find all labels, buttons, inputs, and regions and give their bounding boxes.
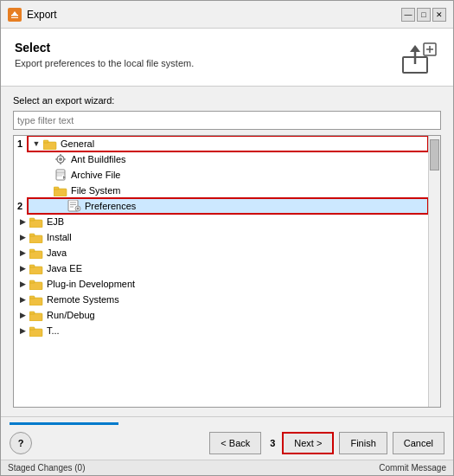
no-expand-pref — [55, 201, 66, 211]
wizard-label: Select an export wizard: — [13, 95, 441, 106]
svg-rect-42 — [29, 296, 35, 299]
bottom-area: ? < Back 3 Next > Finish Cancel — [1, 416, 453, 460]
javaee-label: Java EE — [47, 263, 82, 273]
no-expand — [42, 154, 52, 164]
tree-container[interactable]: 1 ▼ General — [13, 135, 441, 408]
svg-rect-32 — [29, 218, 35, 221]
title-text: Export — [27, 9, 401, 21]
svg-rect-44 — [29, 312, 35, 314]
expand-remote-arrow[interactable]: ▶ — [17, 294, 28, 305]
svg-rect-10 — [43, 142, 56, 150]
dialog-icon — [8, 8, 22, 22]
team-folder-icon — [29, 325, 43, 337]
svg-rect-35 — [29, 251, 42, 259]
window-controls[interactable]: — □ ✕ — [401, 8, 446, 22]
filesystem-folder-icon — [54, 184, 67, 196]
tree-item-preferences[interactable]: Preferences — [28, 198, 428, 214]
tree-item-java[interactable]: ▶ Java — [14, 245, 428, 261]
no-expand-archive — [42, 170, 52, 180]
filesystem-label: File System — [71, 185, 120, 196]
expand-rundebug-arrow[interactable]: ▶ — [17, 310, 28, 320]
tree-item-general[interactable]: ▼ General — [28, 136, 428, 151]
num-label-2: 2 — [14, 201, 26, 211]
tree-item-plugin[interactable]: ▶ Plug-in Development — [14, 276, 428, 292]
header-text: Select Export preferences to the local f… — [15, 41, 194, 68]
maximize-button[interactable]: □ — [417, 8, 431, 22]
expand-ejb-arrow[interactable]: ▶ — [17, 216, 28, 227]
scrollbar[interactable] — [428, 136, 440, 407]
preferences-label: Preferences — [85, 201, 136, 211]
minimize-button[interactable]: — — [401, 8, 415, 22]
tree-item-archive[interactable]: Archive File — [14, 167, 428, 183]
svg-rect-1 — [11, 15, 18, 16]
ant-label: Ant Buildfiles — [71, 154, 126, 164]
ejb-label: EJB — [47, 216, 64, 227]
tree-item-remote[interactable]: ▶ Remote Systems — [14, 292, 428, 307]
expand-team-arrow[interactable]: ▶ — [17, 325, 28, 336]
tree-item-javaee[interactable]: ▶ Java EE — [14, 261, 428, 276]
status-right: Commit Message — [379, 463, 446, 473]
tree-item-filesystem[interactable]: File System — [14, 183, 428, 198]
expand-general-arrow[interactable]: ▼ — [31, 138, 42, 149]
expand-plugin-arrow[interactable]: ▶ — [17, 279, 28, 289]
tree-item-rundebug[interactable]: ▶ Run/Debug — [14, 307, 428, 323]
rundebug-folder-icon — [29, 309, 43, 321]
svg-rect-37 — [29, 267, 42, 274]
preferences-icon — [67, 200, 81, 212]
javaee-folder-icon — [29, 262, 43, 274]
tree-item-ejb[interactable]: ▶ EJB — [14, 214, 428, 229]
expand-install-arrow[interactable]: ▶ — [17, 232, 28, 242]
num-label-3: 3 — [266, 438, 278, 448]
tree-item-ant[interactable]: Ant Buildfiles — [14, 151, 428, 167]
svg-rect-34 — [29, 234, 35, 236]
cancel-button[interactable]: Cancel — [393, 432, 444, 454]
header-description: Export preferences to the local file sys… — [15, 58, 194, 68]
expand-javaee-arrow[interactable]: ▶ — [17, 263, 28, 273]
remote-label: Remote Systems — [47, 294, 119, 305]
svg-rect-36 — [29, 249, 35, 252]
num-label-1: 1 — [14, 138, 26, 149]
scrollbar-thumb[interactable] — [430, 139, 439, 170]
no-expand-fs — [42, 185, 52, 196]
general-folder-icon — [43, 138, 57, 150]
rundebug-label: Run/Debug — [47, 310, 95, 320]
back-button[interactable]: < Back — [209, 432, 261, 454]
filter-input[interactable] — [13, 111, 441, 130]
svg-rect-3 — [11, 17, 18, 18]
svg-marker-6 — [410, 45, 420, 52]
java-folder-icon — [29, 247, 43, 259]
finish-button[interactable]: Finish — [339, 432, 387, 454]
install-folder-icon — [29, 231, 43, 243]
svg-rect-46 — [29, 327, 35, 330]
ant-icon — [54, 153, 67, 165]
svg-rect-45 — [29, 329, 42, 337]
svg-rect-43 — [29, 313, 42, 321]
svg-point-17 — [59, 158, 62, 161]
svg-rect-39 — [29, 282, 42, 290]
tree-item-install[interactable]: ▶ Install — [14, 229, 428, 245]
status-bar: Staged Changes (0) Commit Message — [1, 460, 453, 475]
svg-rect-24 — [54, 187, 59, 190]
next-button[interactable]: Next > — [282, 432, 334, 454]
help-button[interactable]: ? — [10, 432, 32, 454]
expand-java-arrow[interactable]: ▶ — [17, 248, 28, 258]
general-label: General — [61, 138, 94, 149]
header: Select Export preferences to the local f… — [1, 29, 453, 87]
install-label: Install — [47, 232, 72, 242]
svg-rect-23 — [54, 189, 67, 196]
progress-bar — [10, 422, 118, 425]
ejb-folder-icon — [29, 215, 43, 228]
remote-folder-icon — [29, 293, 43, 306]
svg-rect-11 — [43, 140, 48, 143]
content-area: Select an export wizard: 1 ▼ — [1, 87, 453, 416]
close-button[interactable]: ✕ — [432, 8, 446, 22]
svg-rect-40 — [29, 280, 35, 283]
plugin-folder-icon — [29, 278, 43, 290]
header-export-icon — [398, 41, 439, 75]
svg-rect-33 — [29, 235, 42, 243]
tree-item-team[interactable]: ▶ T... — [14, 323, 428, 338]
java-label: Java — [47, 248, 67, 258]
status-left: Staged Changes (0) — [8, 463, 86, 473]
plugin-label: Plug-in Development — [47, 279, 135, 289]
svg-rect-31 — [29, 220, 42, 228]
